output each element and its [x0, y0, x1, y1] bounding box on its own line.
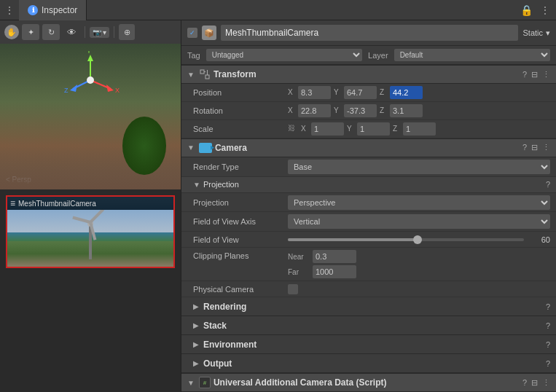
scale-x-label: X	[301, 125, 308, 133]
scale-x-input[interactable]	[311, 122, 344, 136]
output-section[interactable]: ▶ Output ?	[181, 354, 556, 373]
pos-y-input[interactable]	[344, 86, 377, 99]
lock-icon[interactable]: 🔒	[520, 4, 533, 16]
rotation-values: X Y Z	[288, 104, 550, 117]
rot-x-label: X	[288, 106, 295, 114]
projection-select[interactable]: Perspective	[288, 195, 550, 210]
rendering-help[interactable]: ?	[546, 302, 550, 311]
object-header: ✓ 📦 Static ▾	[181, 20, 556, 46]
svg-marker-1	[87, 55, 93, 61]
scale-y-input[interactable]	[357, 122, 390, 136]
render-type-select[interactable]: Base	[288, 160, 550, 174]
camera-thumbnail: ≡ MeshThumbnailCamera	[6, 195, 175, 268]
rotation-label: Rotation	[193, 106, 288, 115]
script-help-icon[interactable]: ?	[522, 378, 527, 388]
pos-y-label: Y	[334, 88, 341, 96]
object-icon: 📦	[202, 26, 216, 40]
stack-section[interactable]: ▶ Stack ?	[181, 316, 556, 335]
camera-menu-icon[interactable]: ⋮	[542, 143, 550, 152]
svg-text:Y: Y	[87, 51, 91, 55]
svg-rect-11	[205, 75, 209, 79]
transform-settings-icon[interactable]: ⊟	[531, 70, 538, 79]
tag-select[interactable]: Untagged	[206, 49, 362, 61]
pos-z-input[interactable]	[390, 86, 423, 99]
camera-title: Camera	[215, 143, 518, 153]
rotation-row: Rotation X Y Z	[181, 102, 556, 120]
tab-overflow-icon[interactable]: ⋮	[0, 4, 19, 16]
output-help[interactable]: ?	[546, 359, 550, 368]
fov-slider-track[interactable]	[288, 238, 524, 241]
fov-axis-row: Field of View Axis Vertical	[181, 212, 556, 232]
near-label: Near	[288, 253, 308, 261]
inspector-tab-label: Inspector	[42, 5, 77, 15]
camera-chevron[interactable]: ▼	[187, 144, 195, 152]
near-input[interactable]	[313, 250, 356, 263]
pos-x-input[interactable]	[298, 86, 331, 99]
output-chevron[interactable]: ▶	[193, 359, 199, 367]
camera-help-icon[interactable]: ?	[522, 143, 527, 152]
projection-chevron[interactable]: ▼	[193, 181, 200, 189]
script-chevron[interactable]: ▼	[187, 379, 195, 387]
static-toggle[interactable]: Static ▾	[522, 28, 550, 38]
inspector-icon: ℹ	[28, 5, 38, 15]
far-input[interactable]	[313, 265, 356, 278]
svg-rect-10	[200, 70, 204, 74]
physical-camera-checkbox[interactable]	[288, 284, 298, 294]
hand-tool-btn[interactable]: ✋	[4, 25, 19, 39]
script-section-header: ▼ # Universal Additional Camera Data (Sc…	[181, 373, 556, 392]
rot-x-input[interactable]	[298, 104, 331, 117]
eye-tool-btn[interactable]: 👁	[63, 24, 80, 40]
scale-label: Scale	[193, 125, 288, 133]
static-dropdown-arrow[interactable]: ▾	[546, 28, 550, 38]
script-icon: #	[199, 377, 211, 388]
environment-help[interactable]: ?	[546, 340, 550, 349]
layer-select[interactable]: Default	[394, 49, 550, 61]
viewport-3d[interactable]: Y X Z < Persp	[0, 44, 181, 189]
render-type-row: Render Type Base	[181, 157, 556, 177]
rot-y-input[interactable]	[344, 104, 377, 117]
fov-axis-select[interactable]: Vertical	[288, 214, 550, 229]
scale-link-icon[interactable]: ⛓	[288, 124, 298, 134]
rotate-tool-btn[interactable]: ↻	[42, 24, 60, 40]
camera-panel: ≡ MeshThumbnailCamera	[0, 189, 181, 392]
scale-row: Scale ⛓ X Y Z	[181, 120, 556, 138]
transform-menu-icon[interactable]: ⋮	[542, 70, 550, 79]
svg-marker-3	[106, 85, 114, 92]
script-menu-icon[interactable]: ⋮	[542, 378, 550, 388]
environment-section[interactable]: ▶ Environment ?	[181, 335, 556, 354]
projection-section-title: Projection	[203, 180, 543, 189]
svg-text:X: X	[115, 87, 120, 94]
view-dropdown[interactable]: 📷▾	[90, 27, 109, 38]
inspector-tab[interactable]: ℹ Inspector	[19, 0, 87, 20]
scale-z-label: Z	[393, 125, 400, 133]
far-label: Far	[288, 268, 308, 276]
stack-chevron[interactable]: ▶	[193, 321, 199, 329]
rot-y-label: Y	[334, 106, 341, 114]
far-item: Far	[288, 265, 356, 278]
position-row: Position X Y Z	[181, 84, 556, 102]
transform-title: Transform	[214, 69, 518, 79]
scale-y-label: Y	[347, 125, 354, 133]
fov-value: 60	[528, 235, 550, 244]
environment-chevron[interactable]: ▶	[193, 340, 199, 348]
transform-chevron[interactable]: ▼	[187, 71, 195, 79]
rot-z-input[interactable]	[390, 104, 423, 117]
rendering-chevron[interactable]: ▶	[193, 302, 199, 310]
more-options-icon[interactable]: ⋮	[540, 4, 550, 16]
transform-help-icon[interactable]: ?	[522, 70, 527, 79]
rendering-section[interactable]: ▶ Rendering ?	[181, 297, 556, 316]
global-btn[interactable]: ⊕	[119, 24, 135, 40]
object-name-field[interactable]	[221, 25, 518, 41]
stack-title: Stack	[203, 321, 541, 331]
camera-settings-icon[interactable]: ⊟	[531, 143, 538, 152]
move-tool-btn[interactable]: ✦	[22, 24, 39, 40]
scale-z-input[interactable]	[403, 122, 436, 136]
projection-help-icon[interactable]: ?	[546, 180, 550, 189]
tag-layer-row: Tag Untagged Layer Default	[181, 46, 556, 65]
active-checkbox[interactable]: ✓	[187, 28, 197, 38]
script-settings-icon[interactable]: ⊟	[531, 378, 538, 388]
stack-help[interactable]: ?	[546, 321, 550, 330]
clipping-row: Clipping Planes Near Far	[181, 248, 556, 281]
fov-slider-thumb[interactable]	[413, 235, 422, 244]
position-label: Position	[193, 88, 288, 97]
